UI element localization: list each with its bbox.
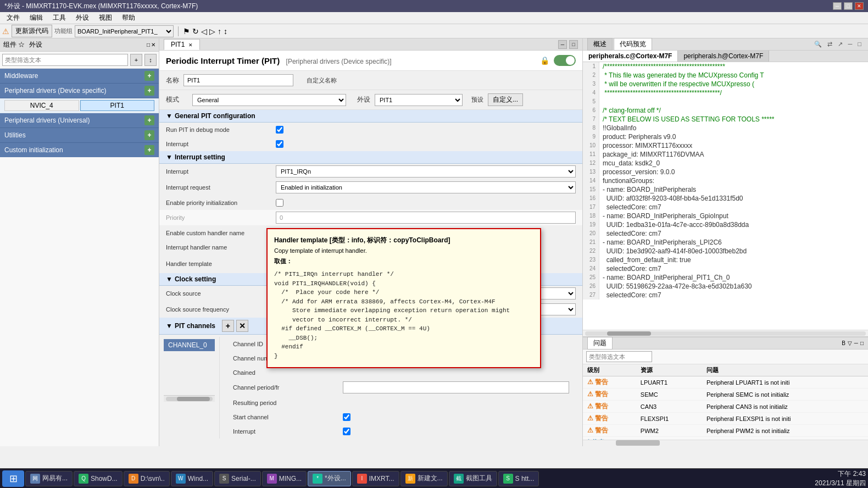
menu-view[interactable]: 视图: [94, 12, 116, 24]
middleware-add-btn[interactable]: +: [144, 71, 154, 81]
minimize-center-icon[interactable]: ─: [558, 40, 567, 49]
problems-minimize-icon[interactable]: ─: [854, 340, 858, 346]
custom-init-add-btn[interactable]: +: [144, 145, 154, 155]
peripheral-device-label: Peripheral drivers (Device specific): [4, 87, 106, 95]
problems-hscroll-thumb[interactable]: [616, 440, 660, 446]
taskbar-item-2[interactable]: Q ShowD...: [74, 471, 123, 486]
menu-help[interactable]: 帮助: [118, 12, 140, 24]
problems-maximize-icon[interactable]: □: [860, 340, 864, 346]
minimize-right-icon[interactable]: ─: [846, 40, 855, 48]
col-resource[interactable]: 资源: [636, 364, 702, 376]
general-pit-section[interactable]: ▼ General PIT configuration: [159, 110, 582, 123]
taskbar-item-11[interactable]: S S htt...: [498, 471, 539, 486]
func-group-select[interactable]: BOARD_InitPeripheral_PIT1_: [75, 25, 174, 37]
sidebar-group-peripheral-device[interactable]: Peripheral drivers (Device specific) +: [0, 84, 159, 98]
taskbar-item-4[interactable]: W Wind...: [171, 471, 213, 486]
menu-file[interactable]: 文件: [2, 12, 24, 24]
peripherals-tab[interactable]: 外设: [29, 40, 42, 49]
taskbar-item-5[interactable]: S Serial-...: [214, 471, 261, 486]
enable-toggle[interactable]: [554, 55, 576, 66]
utilities-add-btn[interactable]: +: [144, 130, 154, 140]
resulting-period-row: Resulting period: [226, 396, 576, 410]
interrupt-name-select[interactable]: PIT1_IRQn: [276, 165, 576, 178]
search-input[interactable]: [2, 54, 128, 66]
minimize-panel-icon[interactable]: □: [147, 42, 150, 48]
code-hscroll[interactable]: [583, 330, 868, 336]
sidebar-group-custom-init[interactable]: Custom initialization +: [0, 143, 159, 157]
priority-input[interactable]: [276, 212, 576, 224]
bookmark-icon[interactable]: ⚑: [183, 27, 190, 36]
minimize-btn[interactable]: ─: [833, 2, 842, 10]
taskbar-item-10[interactable]: 截 截图工具: [449, 471, 497, 486]
menu-peripheral[interactable]: 外设: [71, 12, 93, 24]
start-button[interactable]: ⊞: [2, 470, 24, 487]
problems-hscroll[interactable]: [583, 440, 868, 446]
peripheral-device-add-btn[interactable]: +: [144, 86, 154, 96]
search-code-icon[interactable]: 🔍: [812, 40, 824, 48]
code-line-13: 13 processor_version: 9.0.0: [583, 168, 868, 176]
channel-period-input[interactable]: [343, 381, 569, 393]
update-source-btn[interactable]: 更新源代码: [12, 25, 52, 37]
refresh-icon[interactable]: ↻: [192, 27, 199, 36]
peripheral-universal-add-btn[interactable]: +: [144, 115, 154, 125]
code-line-3: 3 * will be overwritten if the respectiv…: [583, 80, 868, 88]
forward-icon[interactable]: ▷: [209, 27, 215, 36]
channel0-item[interactable]: CHANNEL_0: [164, 339, 215, 351]
maximize-btn[interactable]: □: [844, 2, 853, 10]
close-btn[interactable]: ✕: [855, 2, 864, 10]
interrupt-check[interactable]: [276, 140, 283, 148]
taskbar-item-7[interactable]: * *外设...: [308, 471, 351, 486]
add-channel-btn[interactable]: +: [222, 320, 234, 332]
col-problem[interactable]: 问题: [702, 364, 868, 376]
problems-tab[interactable]: 问题: [587, 337, 613, 350]
channel-interrupt-check[interactable]: [343, 428, 350, 435]
open-editor-icon[interactable]: ↗: [836, 40, 845, 48]
back-icon[interactable]: ◁: [201, 27, 207, 36]
add-component-btn[interactable]: +: [130, 54, 142, 66]
pit1-tab[interactable]: PIT1 ✕: [164, 39, 200, 50]
taskbar-item-6[interactable]: M MING...: [262, 471, 307, 486]
pit1-tab-close[interactable]: ✕: [188, 42, 193, 48]
clock-freq-label: Clock source frequency: [166, 306, 276, 313]
down-icon[interactable]: ↕: [224, 27, 227, 36]
tab-overview[interactable]: 概述: [587, 38, 613, 51]
taskbar-item-3[interactable]: D D:\svn\..: [124, 471, 170, 486]
maximize-right-icon[interactable]: □: [855, 40, 864, 48]
up-icon[interactable]: ↑: [218, 27, 221, 36]
tab-code-preview[interactable]: 代码预览: [614, 38, 652, 51]
interrupt-section[interactable]: ▼ Interrupt setting: [159, 151, 582, 164]
sidebar-group-utilities[interactable]: Utilities +: [0, 128, 159, 143]
lock-icon[interactable]: 🔒: [540, 56, 549, 65]
problems-filter-icon[interactable]: B: [842, 340, 845, 346]
mode-select[interactable]: General: [192, 94, 346, 106]
start-channel-check[interactable]: [343, 413, 350, 421]
hscroll-thumb[interactable]: [607, 331, 651, 336]
interrupt-request-select[interactable]: Enabled in initialization: [276, 181, 576, 193]
problems-search-input[interactable]: [586, 351, 652, 362]
col-level[interactable]: 级别: [583, 364, 636, 376]
del-channel-btn[interactable]: ✕: [236, 320, 248, 332]
enable-priority-check[interactable]: [276, 199, 283, 207]
taskbar-item-1[interactable]: 网 网易有...: [25, 471, 73, 486]
ext-select[interactable]: PIT1: [375, 94, 463, 106]
maximize-center-icon[interactable]: □: [569, 40, 578, 49]
pit1-item[interactable]: PIT1: [80, 100, 155, 111]
refresh-components-btn[interactable]: ↕: [144, 54, 157, 66]
run-debug-check[interactable]: [276, 126, 283, 134]
file-tab-h[interactable]: peripherals.h@Cortex-M7F: [678, 51, 769, 62]
components-tab[interactable]: 组件 ☆: [3, 40, 25, 49]
close-panel-icon[interactable]: ✕: [151, 42, 155, 48]
taskbar-item-9[interactable]: 新 新建文...: [400, 471, 448, 486]
sidebar-group-peripheral-universal[interactable]: Peripheral drivers (Universal) +: [0, 113, 159, 128]
name-input[interactable]: [183, 74, 293, 86]
file-tab-c[interactable]: peripherals.c@Cortex-M7F: [583, 51, 678, 62]
sync-icon[interactable]: ⇄: [825, 40, 834, 48]
menu-edit[interactable]: 编辑: [25, 12, 47, 24]
sidebar-group-middleware[interactable]: Middleware +: [0, 69, 159, 84]
problems-filter-btn[interactable]: ▽: [848, 340, 852, 346]
menu-tools[interactable]: 工具: [48, 12, 70, 24]
taskbar-item-8[interactable]: I IMXRT...: [352, 471, 399, 486]
window-controls[interactable]: ─ □ ✕: [833, 2, 864, 10]
preset-btn[interactable]: 自定义...: [488, 93, 523, 106]
nvic4-item[interactable]: NVIC_4: [4, 100, 79, 111]
